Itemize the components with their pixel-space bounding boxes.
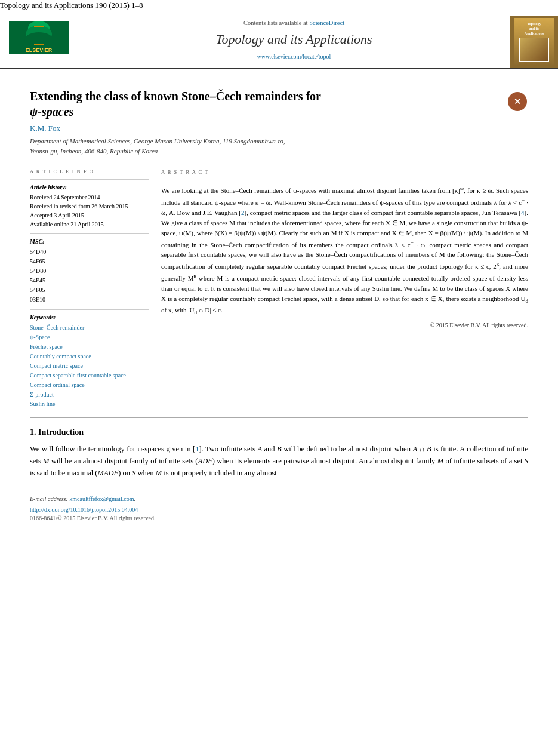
email-footnote: E-mail address: kmcaultffefox@gmail.com. [30,495,528,503]
abstract-label: A B S T R A C T [161,168,528,176]
journal-cover: Topologyand itsApplications [514,18,554,66]
journal-citation: Topology and its Applications 190 (2015)… [0,1,143,10]
article-info-label: A R T I C L E I N F O [30,168,149,176]
kw-2: ψ-Space [30,333,149,342]
kw-7: Compact ordinal space [30,380,149,390]
msc-54d80: 54D80 [30,266,149,276]
paper-title-area: Extending the class of known Stone–Čech … [30,88,528,119]
kw-3: Fréchet space [30,342,149,352]
divider-c [30,309,149,310]
available-online-date: Available online 21 April 2015 [30,220,149,229]
article-info-column: A R T I C L E I N F O Article history: R… [30,168,149,409]
issn-line: 0166-8641/© 2015 Elsevier B.V. All right… [30,514,528,523]
divider-d [161,180,528,180]
journal-name: Topology and its Applications [90,30,498,49]
journal-header: 🌿 ELSEVIER Contents lists available at S… [0,11,558,69]
ref-4[interactable]: 4 [521,209,525,216]
abstract-column: A B S T R A C T We are looking at the St… [161,168,528,409]
two-column-section: A R T I C L E I N F O Article history: R… [30,168,528,409]
accepted-date: Accepted 3 April 2015 [30,211,149,220]
msc-54e45: 54E45 [30,276,149,285]
svg-rect-6 [34,26,44,27]
kw-9: Suslin line [30,399,149,409]
received-revised-date: Received in revised form 26 March 2015 [30,202,149,211]
section-1-heading: 1. Introduction [30,426,528,438]
svg-text:✕: ✕ [514,97,521,106]
paper-title-line2: ψ-spaces [30,104,497,119]
abstract-text: We are looking at the Stone–Čech remaind… [161,184,528,317]
section-title: Introduction [38,428,84,437]
kw-1: Stone–Čech remainder [30,323,149,333]
intro-paragraph: We will follow the terminology for ψ-spa… [30,443,528,479]
email-link[interactable]: kmcaultffefox@gmail.com [69,496,134,502]
received-date: Received 24 September 2014 [30,193,149,202]
divider-b [30,233,149,234]
section-divider-1 [30,162,528,162]
footnote-area: E-mail address: kmcaultffefox@gmail.com.… [30,491,528,523]
keywords-title: Keywords: [30,314,149,322]
journal-thumbnail: Topologyand itsApplications [510,16,558,68]
kw-8: Σ-product [30,390,149,399]
msc-block: MSC: 54D40 54F65 54D80 54E45 54F05 03E10 [30,238,149,305]
keywords-block: Keywords: Stone–Čech remainder ψ-Space F… [30,314,149,409]
intro-divider [30,417,528,418]
copyright: © 2015 Elsevier B.V. All rights reserved… [161,321,528,330]
ref-2[interactable]: 2 [241,209,245,216]
crossmark-logo: ✕ [507,91,528,112]
svg-point-5 [24,32,53,48]
article-history-title: Article history: [30,183,149,192]
msc-54f05: 54F05 [30,285,149,295]
msc-54f65: 54F65 [30,257,149,266]
kw-5: Compact metric space [30,361,149,371]
doi-line[interactable]: http://dx.doi.org/10.1016/j.topol.2015.0… [30,506,528,514]
sciencedirect-link[interactable]: ScienceDirect [309,20,344,26]
paper-body: Extending the class of known Stone–Čech … [0,69,558,534]
svg-rect-7 [34,44,44,45]
affiliation: Department of Mathematical Sciences, Geo… [30,136,528,156]
contents-label: Contents lists available at ScienceDirec… [90,19,498,28]
kw-6: Compact separable first countable space [30,371,149,380]
divider-a [30,179,149,180]
journal-url: www.elsevier.com/locate/topol [90,53,498,61]
journal-title-area: Contents lists available at ScienceDirec… [78,16,510,68]
elsevier-logo: 🌿 ELSEVIER [9,21,69,63]
affiliation-line2: Yeonsu-gu, Incheon, 406-840, Republic of… [30,147,158,155]
svg-text:ELSEVIER: ELSEVIER [26,47,53,53]
journal-top-bar: Topology and its Applications 190 (2015)… [0,0,558,11]
msc-03e10: 03E10 [30,295,149,305]
elsevier-logo-area: 🌿 ELSEVIER [0,16,78,68]
msc-54d40: 54D40 [30,247,149,257]
kw-4: Countably compact space [30,352,149,361]
msc-title: MSC: [30,238,149,246]
section-number: 1. [30,428,36,437]
paper-title-text: Extending the class of known Stone–Čech … [30,88,507,119]
article-history-block: Article history: Received 24 September 2… [30,183,149,229]
ref-1-intro[interactable]: 1 [195,445,199,453]
author-name: K.M. Fox [30,123,528,134]
affiliation-line1: Department of Mathematical Sciences, Geo… [30,137,285,145]
paper-title-line1: Extending the class of known Stone–Čech … [30,88,497,104]
